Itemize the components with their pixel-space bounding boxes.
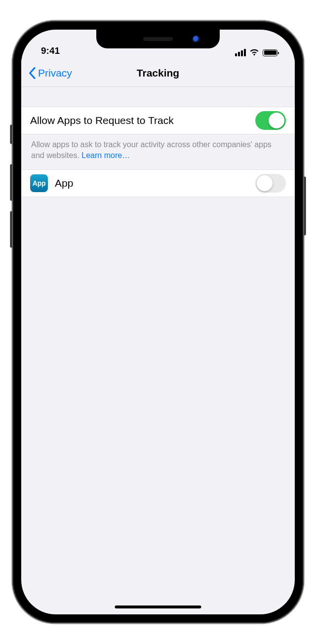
front-camera	[193, 36, 200, 43]
notch	[96, 30, 220, 48]
home-indicator[interactable]	[115, 605, 201, 608]
app-name-label: App	[55, 177, 255, 189]
status-time: 9:41	[41, 45, 60, 56]
status-icons	[235, 49, 277, 56]
section-spacer	[21, 87, 295, 107]
back-label: Privacy	[38, 67, 72, 79]
silence-switch	[10, 124, 12, 144]
side-button	[304, 176, 306, 236]
allow-request-to-track-row: Allow Apps to Request to Track	[21, 107, 295, 134]
page-title: Tracking	[137, 67, 179, 79]
chevron-left-icon	[28, 67, 36, 79]
volume-down-button	[10, 211, 12, 248]
app-tracking-list: AppApp	[21, 169, 295, 197]
screen: 9:41 Privacy Tracking Allow	[21, 30, 295, 614]
app-icon: App	[30, 174, 48, 192]
allow-request-to-track-label: Allow Apps to Request to Track	[30, 115, 255, 126]
app-tracking-switch[interactable]	[255, 174, 286, 193]
nav-bar: Privacy Tracking	[21, 59, 295, 87]
battery-icon	[263, 49, 277, 56]
wifi-icon	[249, 49, 259, 56]
speaker-grill	[143, 37, 173, 41]
back-button[interactable]: Privacy	[28, 67, 72, 79]
cellular-signal-icon	[235, 49, 246, 56]
iphone-device-frame: 9:41 Privacy Tracking Allow	[12, 21, 304, 623]
learn-more-link[interactable]: Learn more…	[81, 151, 130, 160]
allow-request-to-track-switch[interactable]	[255, 111, 286, 130]
volume-up-button	[10, 164, 12, 201]
section-footer: Allow apps to ask to track your activity…	[21, 134, 295, 169]
footer-description: Allow apps to ask to track your activity…	[31, 140, 272, 160]
app-row: AppApp	[21, 169, 295, 197]
